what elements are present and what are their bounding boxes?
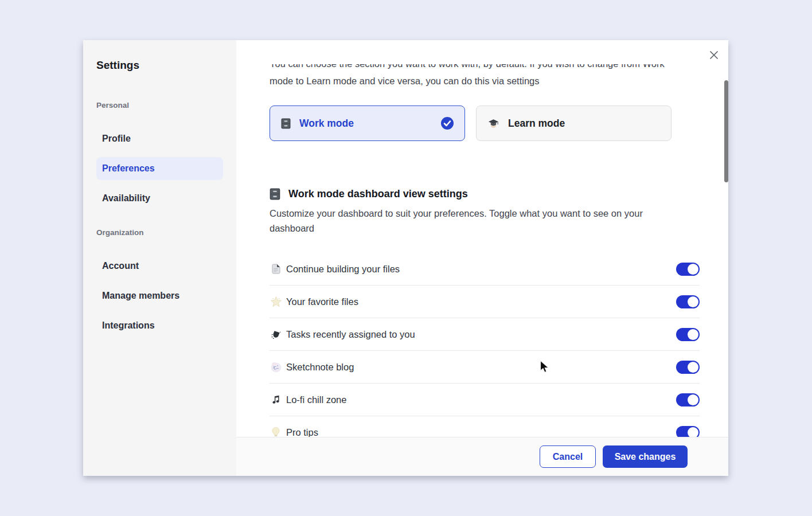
sidebar-item-label: Preferences <box>102 163 155 174</box>
favorite-files-toggle[interactable] <box>676 295 700 308</box>
sidebar-item-manage-members[interactable]: Manage members <box>96 284 223 307</box>
toggle-row-lofi: Lo-fi chill zone <box>270 384 700 416</box>
toggle-row-label: Continue building your files <box>286 264 400 275</box>
sidebar-item-profile[interactable]: Profile <box>96 127 223 150</box>
learn-mode-label: Learn mode <box>508 118 565 130</box>
toggle-row-favorite-files: Your favorite files <box>270 286 700 318</box>
intro-line: mode to Learn mode and vice versa, you c… <box>270 72 702 89</box>
settings-content: You can choose the section you want to w… <box>236 40 728 476</box>
work-mode-card[interactable]: Work mode <box>270 105 465 141</box>
sidebar-item-availability[interactable]: Availability <box>96 187 223 210</box>
document-icon <box>270 264 282 274</box>
lofi-toggle[interactable] <box>676 393 700 406</box>
close-button[interactable] <box>707 48 721 62</box>
settings-modal: Settings Personal Profile Preferences Av… <box>83 40 728 476</box>
work-mode-label: Work mode <box>299 118 354 130</box>
mode-selector: Work mode Learn mode <box>270 105 724 141</box>
section-title: Work mode dashboard view settings <box>288 188 468 200</box>
sidebar-item-account[interactable]: Account <box>96 255 223 277</box>
toggle-row-label: Pro tips <box>286 427 318 437</box>
sidebar-section-personal: Personal <box>96 101 223 110</box>
pro-tips-toggle[interactable] <box>676 426 700 437</box>
cancel-button[interactable]: Cancel <box>540 445 596 468</box>
scroll-viewport: You can choose the section you want to w… <box>236 64 724 437</box>
palette-icon <box>270 361 282 373</box>
settings-sidebar: Settings Personal Profile Preferences Av… <box>83 40 236 476</box>
music-note-icon <box>270 395 282 405</box>
sidebar-section-organization: Organization <box>96 228 223 237</box>
mode-intro-text: You can choose the section you want to w… <box>270 64 702 89</box>
sidebar-title: Settings <box>96 59 223 72</box>
sidebar-item-label: Manage members <box>102 291 179 301</box>
sidebar-item-label: Availability <box>102 193 150 204</box>
sidebar-item-label: Profile <box>102 134 131 144</box>
tasks-toggle[interactable] <box>676 328 700 341</box>
toggle-row-continue-files: Continue building your files <box>270 253 700 286</box>
dashboard-toggle-list: Continue building your files Your favori… <box>270 253 700 437</box>
learn-mode-card[interactable]: Learn mode <box>476 105 672 141</box>
file-cabinet-icon <box>270 188 280 200</box>
lightbulb-icon <box>270 427 282 437</box>
toggle-row-label: Tasks recently assigned to you <box>286 329 415 340</box>
file-cabinet-icon <box>281 118 291 129</box>
scrollbar-thumb[interactable] <box>724 80 728 182</box>
modal-footer: Cancel Save changes <box>236 437 728 476</box>
toggle-row-pro-tips: Pro tips <box>270 416 700 437</box>
section-description: Customize your dashboard to suit your pr… <box>270 206 682 236</box>
sidebar-item-preferences[interactable]: Preferences <box>96 157 223 180</box>
graduation-cap-icon <box>487 118 499 129</box>
continue-files-toggle[interactable] <box>676 263 700 276</box>
close-icon <box>709 50 719 60</box>
toggle-row-label: Lo-fi chill zone <box>286 394 346 405</box>
toggle-row-label: Sketchnote blog <box>286 362 354 373</box>
sidebar-item-integrations[interactable]: Integrations <box>96 314 223 337</box>
sidebar-item-label: Account <box>102 261 139 271</box>
sketchnote-blog-toggle[interactable] <box>676 361 700 374</box>
save-changes-button[interactable]: Save changes <box>603 445 688 468</box>
sidebar-item-label: Integrations <box>102 320 155 331</box>
toggle-row-label: Your favorite files <box>286 296 358 307</box>
intro-line-clipped: You can choose the section you want to w… <box>270 64 702 72</box>
dashboard-settings-heading: Work mode dashboard view settings <box>270 188 724 200</box>
star-icon <box>270 296 282 308</box>
dart-icon <box>270 329 282 340</box>
toggle-row-tasks: Tasks recently assigned to you <box>270 318 700 351</box>
toggle-row-sketchnote-blog: Sketchnote blog <box>270 351 700 384</box>
selected-check-icon <box>441 117 454 130</box>
